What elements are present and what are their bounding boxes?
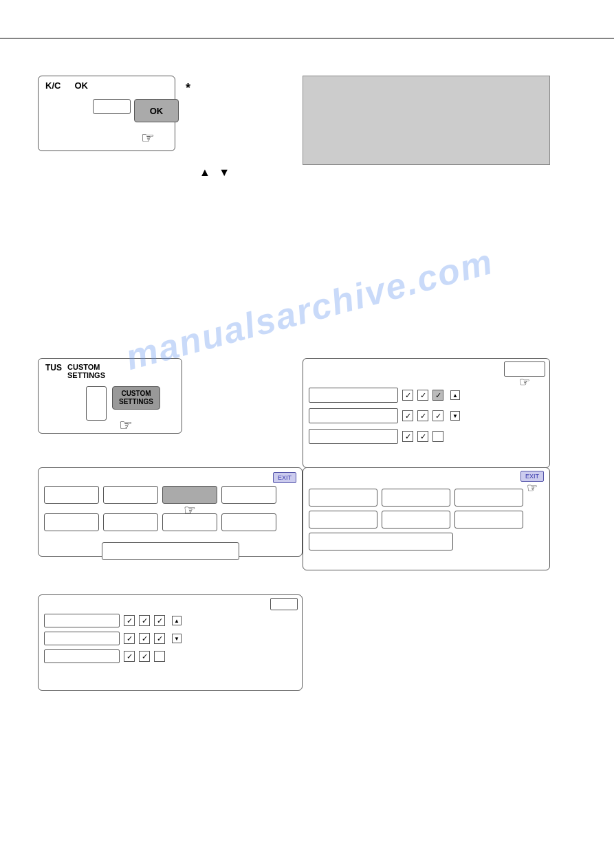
checkbox-1-3[interactable] xyxy=(432,390,443,401)
box5-chk-2-3[interactable] xyxy=(154,633,165,644)
custom-settings-label: CUSTOM SETTINGS xyxy=(67,363,105,379)
box5-top-area xyxy=(39,595,302,612)
box5-label-1 xyxy=(44,614,120,627)
hand-pointer-icon: ☞ xyxy=(141,129,155,147)
box6-btn-6[interactable] xyxy=(454,511,523,528)
box6-content: EXIT ☞ xyxy=(303,468,549,557)
box6-btn-4[interactable] xyxy=(309,511,377,528)
box3-content: EXIT ☞ xyxy=(39,468,302,539)
box5-chk-1-3[interactable] xyxy=(154,615,165,626)
box6-btn-row-1 xyxy=(309,489,544,507)
box2-body: CUSTOMSETTINGS ☞ xyxy=(39,382,182,434)
scroll-arrows-2: ▼ xyxy=(450,411,460,421)
ok-btn-area: OK ☞ xyxy=(93,99,155,147)
grid-btn-8[interactable] xyxy=(221,513,276,531)
box5-chk-1-2[interactable] xyxy=(139,615,150,626)
checkbox-3-3[interactable] xyxy=(432,431,443,442)
checkbox-1-2[interactable] xyxy=(417,390,428,401)
hand-pointer-icon-4: ☞ xyxy=(519,375,530,390)
wide-bottom-btn[interactable] xyxy=(102,542,239,560)
box5-label-2 xyxy=(44,632,120,645)
box5-chk-3-1[interactable] xyxy=(124,651,135,662)
checkbox-3-1[interactable] xyxy=(402,431,413,442)
box6-exit-btn-area: EXIT ☞ xyxy=(309,471,544,482)
hand-pointer-icon-6: ☞ xyxy=(527,480,538,496)
tus-label: TUS xyxy=(45,363,62,379)
box5-label-3 xyxy=(44,649,120,663)
box5-chk-row-1: ▲ xyxy=(39,612,302,630)
box6-btn-1[interactable] xyxy=(309,489,377,507)
bottom-checkbox-box: ▲ ▼ xyxy=(38,594,303,691)
chk-row-3 xyxy=(303,426,549,447)
hand-pointer-icon-3: ☞ xyxy=(184,502,196,518)
scroll-arrows-1: ▲ xyxy=(450,390,460,400)
custom-btn-area: CUSTOMSETTINGS ☞ xyxy=(86,386,162,434)
box5-chk-3-2[interactable] xyxy=(139,651,150,662)
box5-chk-row-2: ▼ xyxy=(39,630,302,647)
box5-chk-2-1[interactable] xyxy=(124,633,135,644)
exit-button-top[interactable]: EXIT xyxy=(273,472,296,483)
chk-label-1 xyxy=(309,388,398,403)
ok-label: OK xyxy=(74,80,88,91)
btn-row-2 xyxy=(44,513,296,531)
exit-btn-area: EXIT xyxy=(44,472,296,483)
box1-body: OK ☞ xyxy=(39,93,175,147)
chk-row-2: ▼ xyxy=(303,405,549,426)
box5-scroll-1: ▲ xyxy=(172,616,182,625)
grid-btn-5[interactable] xyxy=(44,513,99,531)
box2-header: TUS CUSTOM SETTINGS xyxy=(39,359,182,382)
box5-chk-2-2[interactable] xyxy=(139,633,150,644)
box6-wide-btn[interactable] xyxy=(309,533,453,550)
top-divider xyxy=(0,38,614,38)
box6-btn-5[interactable] xyxy=(382,511,450,528)
box5-scroll-2: ▼ xyxy=(172,634,182,643)
checkbox-2-3[interactable] xyxy=(432,410,443,421)
grid-btn-2[interactable] xyxy=(103,486,158,504)
box1-header: K/C OK xyxy=(39,76,175,93)
box5-chk-3-3[interactable] xyxy=(154,651,165,662)
box5-scroll-down[interactable]: ▼ xyxy=(172,634,182,643)
button-grid-box: EXIT ☞ xyxy=(38,467,303,557)
scroll-down-2[interactable]: ▼ xyxy=(450,411,460,421)
custom-settings-button[interactable]: CUSTOMSETTINGS xyxy=(112,386,160,410)
grid-btn-3[interactable]: ☞ xyxy=(162,486,217,504)
box5-top-btn[interactable] xyxy=(270,598,298,610)
box6-btn-row-3 xyxy=(309,533,544,550)
grid-btn-4[interactable] xyxy=(221,486,276,504)
box5-chk-row-3 xyxy=(39,647,302,665)
btn-row-1: ☞ xyxy=(44,486,296,504)
grid-btn-1[interactable] xyxy=(44,486,99,504)
bottom-wide-btn-area xyxy=(39,542,302,564)
asterisk-symbol: * xyxy=(186,81,190,96)
box5-chk-1-1[interactable] xyxy=(124,615,135,626)
gray-content-box xyxy=(303,76,550,165)
scroll-up-1[interactable]: ▲ xyxy=(450,390,460,400)
box6-btn-row-2 xyxy=(309,511,544,528)
ok-button[interactable]: OK xyxy=(134,99,179,122)
checkbox-3-2[interactable] xyxy=(417,431,428,442)
scroll-arrows-label: ▲ ▼ xyxy=(199,166,232,179)
cancel-label: K/C xyxy=(45,80,61,91)
checkbox-grid-box: ☞ ▲ ▼ xyxy=(303,358,550,468)
box4-top-area: ☞ xyxy=(303,359,549,378)
box6-btn-2[interactable] xyxy=(382,489,450,507)
blank-btn xyxy=(93,99,131,114)
custom-settings-ui-box: TUS CUSTOM SETTINGS CUSTOMSETTINGS ☞ xyxy=(38,358,182,434)
checkbox-2-2[interactable] xyxy=(417,410,428,421)
box6-exit-wrapper: EXIT ☞ xyxy=(520,471,544,482)
chk-label-2 xyxy=(309,408,398,423)
checkbox-2-1[interactable] xyxy=(402,410,413,421)
box6-btn-3[interactable] xyxy=(454,489,523,507)
chk-row-1: ▲ xyxy=(303,385,549,405)
box4-top-btn[interactable]: ☞ xyxy=(504,361,545,377)
box4-top-btn-area: ☞ xyxy=(504,361,545,377)
checkbox-1-1[interactable] xyxy=(402,390,413,401)
chk-label-3 xyxy=(309,429,398,444)
box5-scroll-up[interactable]: ▲ xyxy=(172,616,182,625)
hand-pointer-icon-2: ☞ xyxy=(119,416,133,434)
bottom-right-button-box: EXIT ☞ xyxy=(303,467,550,570)
grid-btn-6[interactable] xyxy=(103,513,158,531)
side-btn xyxy=(86,386,107,421)
ok-button-ui-box: K/C OK OK ☞ xyxy=(38,76,175,151)
